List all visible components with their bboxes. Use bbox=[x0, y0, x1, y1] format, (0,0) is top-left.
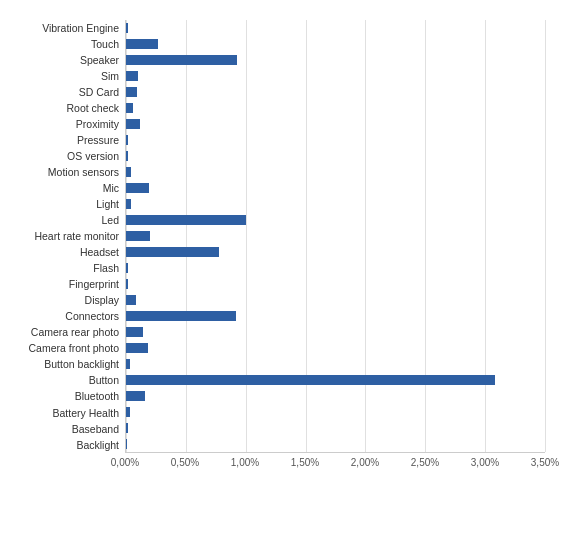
bar bbox=[126, 23, 128, 33]
bar-row bbox=[126, 148, 545, 164]
bar bbox=[126, 135, 128, 145]
bar bbox=[126, 215, 246, 225]
bar-row bbox=[126, 36, 545, 52]
bar-row bbox=[126, 116, 545, 132]
y-label: Baseband bbox=[10, 421, 119, 437]
bar-row bbox=[126, 356, 545, 372]
bar bbox=[126, 423, 128, 433]
bar bbox=[126, 87, 137, 97]
bar-row bbox=[126, 420, 545, 436]
y-label: OS version bbox=[10, 148, 119, 164]
bar-row bbox=[126, 100, 545, 116]
y-label: Proximity bbox=[10, 116, 119, 132]
y-label: Pressure bbox=[10, 132, 119, 148]
bar-row bbox=[126, 372, 545, 388]
bars-col bbox=[125, 20, 545, 453]
y-label: Light bbox=[10, 196, 119, 212]
x-label: 2,00% bbox=[350, 457, 380, 468]
bar bbox=[126, 359, 130, 369]
bar-row bbox=[126, 84, 545, 100]
y-label: Button backlight bbox=[10, 357, 119, 373]
y-label: Display bbox=[10, 293, 119, 309]
bar-row bbox=[126, 164, 545, 180]
bar-row bbox=[126, 292, 545, 308]
y-label: Speaker bbox=[10, 52, 119, 68]
bar bbox=[126, 103, 133, 113]
y-label: Bluetooth bbox=[10, 389, 119, 405]
y-label: Fingerprint bbox=[10, 277, 119, 293]
bar bbox=[126, 343, 148, 353]
bar bbox=[126, 39, 158, 49]
bar-row bbox=[126, 196, 545, 212]
bar bbox=[126, 55, 237, 65]
y-label: Connectors bbox=[10, 309, 119, 325]
bar-row bbox=[126, 340, 545, 356]
bar-row bbox=[126, 212, 545, 228]
bar-row bbox=[126, 132, 545, 148]
y-label: Root check bbox=[10, 100, 119, 116]
bar bbox=[126, 439, 127, 449]
bar bbox=[126, 151, 128, 161]
bar-row bbox=[126, 20, 545, 36]
chart-container: Vibration EngineTouchSpeakerSimSD CardRo… bbox=[0, 0, 565, 552]
y-label: Backlight bbox=[10, 437, 119, 453]
y-label: Vibration Engine bbox=[10, 20, 119, 36]
x-label: 0,50% bbox=[170, 457, 200, 468]
x-axis: 0,00%0,50%1,00%1,50%2,00%2,50%3,00%3,50% bbox=[125, 453, 545, 512]
bar bbox=[126, 375, 495, 385]
y-label: Heart rate monitor bbox=[10, 228, 119, 244]
bar-row bbox=[126, 68, 545, 84]
y-label: Headset bbox=[10, 244, 119, 260]
bar bbox=[126, 263, 128, 273]
grid-line bbox=[545, 20, 546, 452]
bar bbox=[126, 119, 140, 129]
y-label: Camera front photo bbox=[10, 341, 119, 357]
bar bbox=[126, 279, 128, 289]
bar bbox=[126, 391, 145, 401]
y-label: Motion sensors bbox=[10, 164, 119, 180]
y-label: Flash bbox=[10, 260, 119, 276]
bar bbox=[126, 183, 149, 193]
y-label: Led bbox=[10, 212, 119, 228]
y-label: Button bbox=[10, 373, 119, 389]
y-label: Battery Health bbox=[10, 405, 119, 421]
bar-row bbox=[126, 228, 545, 244]
bar-row bbox=[126, 244, 545, 260]
bar-row bbox=[126, 260, 545, 276]
y-label: Touch bbox=[10, 36, 119, 52]
bar bbox=[126, 407, 130, 417]
y-label: SD Card bbox=[10, 84, 119, 100]
x-label: 3,50% bbox=[530, 457, 560, 468]
bar-row bbox=[126, 276, 545, 292]
x-label: 3,00% bbox=[470, 457, 500, 468]
bar bbox=[126, 295, 136, 305]
y-label: Sim bbox=[10, 68, 119, 84]
x-label: 2,50% bbox=[410, 457, 440, 468]
bar-row bbox=[126, 52, 545, 68]
bar-row bbox=[126, 404, 545, 420]
y-axis-labels: Vibration EngineTouchSpeakerSimSD CardRo… bbox=[10, 20, 125, 453]
bar bbox=[126, 199, 131, 209]
x-label: 1,00% bbox=[230, 457, 260, 468]
bar-row bbox=[126, 180, 545, 196]
bar bbox=[126, 247, 219, 257]
bar-row bbox=[126, 388, 545, 404]
x-label: 0,00% bbox=[110, 457, 140, 468]
y-label: Mic bbox=[10, 180, 119, 196]
bar-row bbox=[126, 308, 545, 324]
x-label: 1,50% bbox=[290, 457, 320, 468]
bar-row bbox=[126, 436, 545, 452]
bar-row bbox=[126, 324, 545, 340]
bar bbox=[126, 327, 143, 337]
bar bbox=[126, 231, 150, 241]
bar bbox=[126, 167, 131, 177]
chart-area: Vibration EngineTouchSpeakerSimSD CardRo… bbox=[10, 20, 545, 453]
y-label: Camera rear photo bbox=[10, 325, 119, 341]
bar bbox=[126, 71, 138, 81]
bar bbox=[126, 311, 236, 321]
